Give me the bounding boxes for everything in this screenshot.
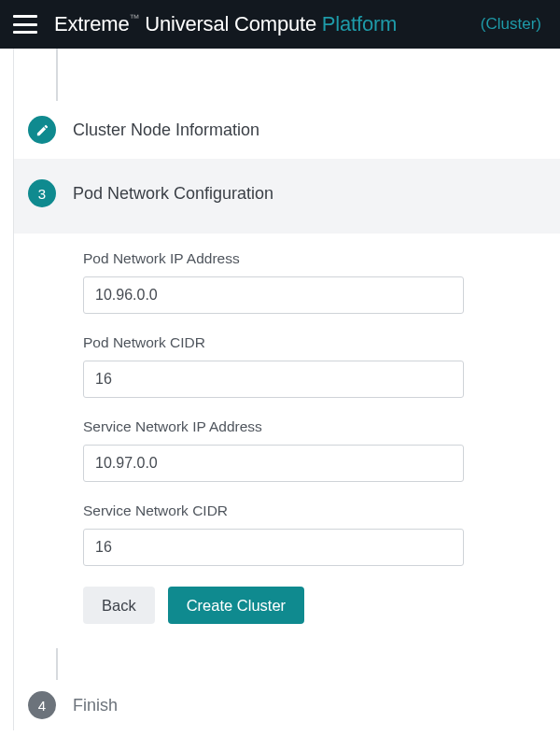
wizard-content: Cluster Node Information 3 Pod Network C… <box>0 49 560 730</box>
connector-line <box>14 49 560 101</box>
pod-cidr-label: Pod Network CIDR <box>83 334 541 351</box>
app-header: Extreme™ Universal Compute Platform (Clu… <box>0 0 560 49</box>
connector-line <box>14 648 560 680</box>
menu-icon[interactable] <box>13 15 37 34</box>
step-title: Cluster Node Information <box>73 120 259 140</box>
step-body: Pod Network IP Address Pod Network CIDR … <box>14 234 560 648</box>
step-number-badge: 3 <box>28 179 56 207</box>
step-number-badge: 4 <box>28 691 56 719</box>
step-finish: 4 Finish <box>14 680 560 730</box>
create-cluster-button[interactable]: Create Cluster <box>168 587 304 624</box>
pod-ip-input[interactable] <box>83 276 464 314</box>
context-label: (Cluster) <box>481 15 541 34</box>
service-cidr-label: Service Network CIDR <box>83 502 541 519</box>
service-cidr-input[interactable] <box>83 529 464 566</box>
title-mid: Universal Compute <box>145 12 316 35</box>
title-brand: Extreme <box>54 12 130 35</box>
step-title: Finish <box>73 696 118 715</box>
edit-icon <box>28 116 56 144</box>
title-platform: Platform <box>322 12 397 35</box>
step-cluster-node-info[interactable]: Cluster Node Information <box>14 101 560 159</box>
step-title: Pod Network Configuration <box>73 184 273 204</box>
step-pod-network-config: 3 Pod Network Configuration <box>14 159 560 234</box>
pod-ip-label: Pod Network IP Address <box>83 250 541 267</box>
service-ip-input[interactable] <box>83 445 464 482</box>
service-ip-label: Service Network IP Address <box>83 418 541 435</box>
back-button[interactable]: Back <box>83 587 155 624</box>
pod-cidr-input[interactable] <box>83 361 464 398</box>
app-title: Extreme™ Universal Compute Platform <box>54 12 481 36</box>
